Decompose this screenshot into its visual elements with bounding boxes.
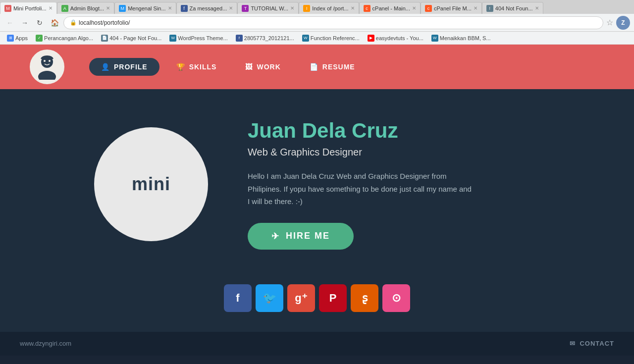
nav-item-work[interactable]: 🖼 WORK bbox=[233, 58, 292, 76]
svg-point-2 bbox=[44, 60, 46, 62]
tab-favicon: c bbox=[425, 5, 432, 12]
social-icon-pinterest: P bbox=[329, 292, 337, 305]
tab-close-icon[interactable]: ✕ bbox=[351, 5, 355, 11]
bookmark-item[interactable]: ⊞ Apps bbox=[4, 34, 31, 43]
bookmark-item[interactable]: W Function Referenc... bbox=[299, 34, 363, 43]
browser-tab-tut[interactable]: T TUTORIAL W... ✕ bbox=[237, 2, 299, 14]
hire-me-button[interactable]: ✈ HIRE ME bbox=[248, 223, 354, 250]
tab-label: TUTORIAL W... bbox=[251, 5, 288, 11]
tab-close-icon[interactable]: ✕ bbox=[168, 5, 172, 11]
browser-tab-admin[interactable]: A Admin Blogt... ✕ bbox=[57, 2, 114, 14]
bookmark-favicon: W bbox=[431, 35, 438, 42]
chrome-profile[interactable]: Z bbox=[616, 16, 630, 30]
avatar-label: mini bbox=[132, 174, 170, 195]
contact-link[interactable]: ✉ CONTACT bbox=[570, 340, 614, 347]
bookmark-star[interactable]: ☆ bbox=[606, 18, 613, 27]
bookmark-label: 2805773_2012121... bbox=[244, 35, 294, 41]
nav-icon-resume: 📄 bbox=[310, 63, 318, 71]
tab-bar: M Mini Portfoli... ✕ A Admin Blogt... ✕ … bbox=[0, 0, 634, 14]
page-content: 👤 PROFILE 🏆 SKILLS 🖼 WORK 📄 RESUME mini … bbox=[0, 45, 634, 356]
bookmark-favicon: W bbox=[169, 35, 176, 42]
footer-url: www.dzyngiri.com bbox=[20, 340, 71, 347]
bookmark-item[interactable]: f 2805773_2012121... bbox=[233, 34, 297, 43]
social-button-twitter[interactable]: 🐦 bbox=[256, 284, 283, 312]
nav-item-skills[interactable]: 🏆 SKILLS bbox=[164, 58, 229, 76]
browser-tab-fb[interactable]: f Za messaged... ✕ bbox=[176, 2, 238, 14]
tab-favicon: M bbox=[4, 5, 11, 12]
browser-tab-idx[interactable]: I Index of /port... ✕ bbox=[299, 2, 359, 14]
browser-tab-cpanel[interactable]: c cPanel - Main... ✕ bbox=[359, 2, 421, 14]
forward-button[interactable]: → bbox=[19, 17, 31, 29]
browser-tab-notfound[interactable]: ! 404 Not Foun... ✕ bbox=[482, 2, 543, 14]
bookmark-label: 404 - Page Not Fou... bbox=[109, 35, 161, 41]
social-icon-twitter: 🐦 bbox=[263, 292, 276, 305]
nav-item-resume[interactable]: 📄 RESUME bbox=[298, 58, 367, 76]
browser-tab-mini[interactable]: M Mini Portfoli... ✕ bbox=[0, 2, 57, 14]
nav-links: 👤 PROFILE 🏆 SKILLS 🖼 WORK 📄 RESUME bbox=[89, 58, 367, 76]
profile-avatar: mini bbox=[94, 127, 208, 241]
bookmark-item[interactable]: W Menaikkan BBM, S... bbox=[428, 34, 494, 43]
browser-tab-mengenal[interactable]: M Mengenal Sin... ✕ bbox=[114, 2, 176, 14]
profile-info: Juan Dela Cruz Web & Graphics Designer H… bbox=[248, 119, 540, 250]
nav-label-resume: RESUME bbox=[322, 63, 355, 71]
bookmark-item[interactable]: W WordPress Theme... bbox=[166, 34, 230, 43]
nav-icon-skills: 🏆 bbox=[176, 63, 185, 71]
tab-label: 404 Not Foun... bbox=[495, 5, 533, 11]
tab-close-icon[interactable]: ✕ bbox=[49, 5, 53, 11]
tab-close-icon[interactable]: ✕ bbox=[474, 5, 477, 11]
hire-me-label: HIRE ME bbox=[286, 231, 330, 241]
browser-toolbar: ← → ↻ 🏠 🔒 localhost/portofolio/ ☆ Z bbox=[0, 14, 634, 32]
social-button-pinterest[interactable]: P bbox=[319, 284, 347, 312]
bookmark-favicon: W bbox=[302, 35, 309, 42]
site-header: 👤 PROFILE 🏆 SKILLS 🖼 WORK 📄 RESUME bbox=[0, 45, 634, 89]
nav-icon-work: 🖼 bbox=[245, 63, 253, 71]
bookmarks-bar: ⊞ Apps ✓ Perancangan Algo... 📄 404 - Pag… bbox=[0, 32, 634, 45]
bookmark-label: easydevtuts - You... bbox=[376, 35, 423, 41]
tab-close-icon[interactable]: ✕ bbox=[412, 5, 416, 11]
profile-title: Web & Graphics Designer bbox=[248, 147, 540, 158]
send-icon: ✈ bbox=[271, 231, 280, 242]
tab-favicon: I bbox=[303, 5, 310, 12]
tab-label: Admin Blogt... bbox=[70, 5, 104, 11]
tab-favicon: f bbox=[181, 5, 188, 12]
url-bar[interactable]: 🔒 localhost/portofolio/ bbox=[63, 16, 603, 29]
lock-icon: 🔒 bbox=[70, 19, 77, 26]
tab-favicon: c bbox=[364, 5, 370, 12]
browser-tab-cpfile[interactable]: c cPanel File M... ✕ bbox=[421, 2, 482, 14]
tab-favicon: A bbox=[61, 5, 68, 12]
tab-label: Mini Portfoli... bbox=[13, 5, 47, 11]
social-icon-stumbleupon: ʂ bbox=[362, 292, 368, 305]
tab-close-icon[interactable]: ✕ bbox=[535, 5, 539, 11]
tab-favicon: ! bbox=[486, 5, 493, 12]
url-text: localhost/portofolio/ bbox=[79, 19, 597, 26]
social-button-stumbleupon[interactable]: ʂ bbox=[351, 284, 378, 312]
contact-label: CONTACT bbox=[580, 340, 614, 347]
bookmark-item[interactable]: 📄 404 - Page Not Fou... bbox=[98, 34, 164, 43]
site-logo bbox=[30, 50, 64, 84]
profile-bio: Hello I am Juan Dela Cruz Web and Graphi… bbox=[248, 170, 476, 208]
refresh-button[interactable]: ↻ bbox=[34, 17, 46, 29]
social-button-facebook[interactable]: f bbox=[224, 284, 252, 312]
home-button[interactable]: 🏠 bbox=[49, 17, 60, 29]
bookmark-label: Apps bbox=[15, 35, 28, 41]
social-button-dribbble[interactable]: ⊙ bbox=[382, 284, 410, 312]
tab-close-icon[interactable]: ✕ bbox=[106, 5, 110, 11]
avatar-svg bbox=[36, 54, 58, 80]
social-icon-googleplus: g⁺ bbox=[295, 292, 307, 305]
tab-label: Mengenal Sin... bbox=[128, 5, 165, 11]
bookmark-item[interactable]: ▶ easydevtuts - You... bbox=[365, 34, 426, 43]
nav-item-profile[interactable]: 👤 PROFILE bbox=[89, 58, 159, 76]
bookmark-item[interactable]: ✓ Perancangan Algo... bbox=[33, 34, 96, 43]
browser-window: M Mini Portfoli... ✕ A Admin Blogt... ✕ … bbox=[0, 0, 634, 45]
tab-label: Za messaged... bbox=[190, 5, 227, 11]
social-icon-facebook: f bbox=[236, 292, 239, 305]
bookmark-favicon: 📄 bbox=[101, 35, 108, 42]
tab-close-icon[interactable]: ✕ bbox=[229, 5, 233, 11]
tab-close-icon[interactable]: ✕ bbox=[290, 5, 294, 11]
social-icon-dribbble: ⊙ bbox=[392, 292, 401, 305]
svg-point-1 bbox=[38, 71, 56, 80]
back-button[interactable]: ← bbox=[4, 17, 16, 29]
site-footer: www.dzyngiri.com ✉ CONTACT bbox=[0, 332, 634, 356]
social-button-googleplus[interactable]: g⁺ bbox=[287, 284, 315, 312]
tab-favicon: T bbox=[242, 5, 249, 12]
